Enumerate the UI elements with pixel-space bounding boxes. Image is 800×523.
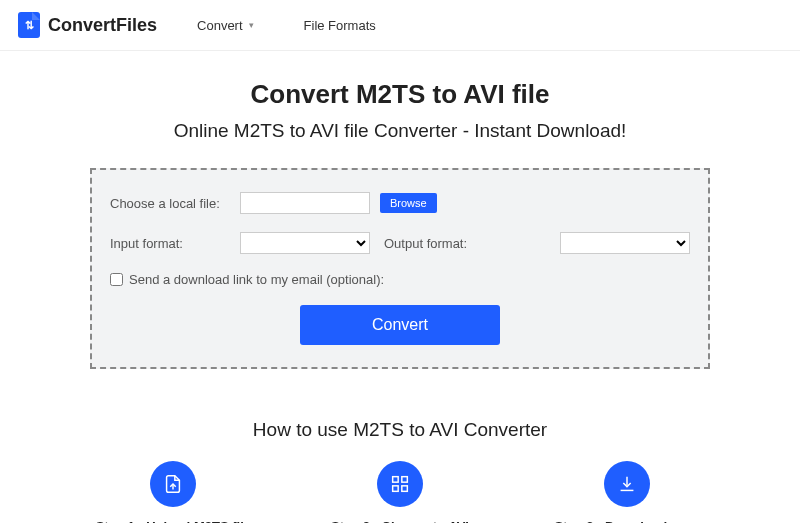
browse-button[interactable]: Browse [380,193,437,213]
nav-convert-label: Convert [197,18,243,33]
output-format-select[interactable] [560,232,690,254]
brand-name: ConvertFiles [48,15,157,36]
file-input[interactable] [240,192,370,214]
step-3-label: Step 3 - Download your converted AVI fil… [532,519,722,523]
svg-rect-0 [393,477,399,483]
output-format-label: Output format: [384,236,504,251]
input-format-select[interactable] [240,232,370,254]
page-subtitle: Online M2TS to AVI file Converter - Inst… [0,120,800,142]
nav-file-formats[interactable]: File Formats [304,18,376,33]
input-format-label: Input format: [110,236,230,251]
convert-panel: Choose a local file: Browse Input format… [90,168,710,369]
choose-file-label: Choose a local file: [110,196,230,211]
page-title: Convert M2TS to AVI file [0,79,800,110]
logo-icon [18,12,40,38]
upload-icon [150,461,196,507]
svg-rect-3 [402,486,408,492]
step-3: Step 3 - Download your converted AVI fil… [532,461,722,523]
step-2-label: Step 2 - Choose to AVI [331,519,469,523]
logo[interactable]: ConvertFiles [18,12,157,38]
convert-button[interactable]: Convert [300,305,500,345]
download-icon [604,461,650,507]
email-checkbox[interactable] [110,273,123,286]
format-row: Input format: Output format: [110,232,690,254]
nav-formats-label: File Formats [304,18,376,33]
svg-rect-1 [402,477,408,483]
email-row: Send a download link to my email (option… [110,272,690,287]
howto-title: How to use M2TS to AVI Converter [0,419,800,441]
email-label: Send a download link to my email (option… [129,272,384,287]
svg-rect-2 [393,486,399,492]
step-2: Step 2 - Choose to AVI [305,461,495,523]
chevron-down-icon: ▾ [249,20,254,30]
topbar: ConvertFiles Convert ▾ File Formats [0,0,800,51]
nav: Convert ▾ File Formats [197,18,376,33]
grid-icon [377,461,423,507]
step-1-label: Step 1 - Upload M2TS file [96,519,251,523]
nav-convert[interactable]: Convert ▾ [197,18,254,33]
file-row: Choose a local file: Browse [110,192,690,214]
step-1: Step 1 - Upload M2TS file [78,461,268,523]
steps: Step 1 - Upload M2TS file Step 2 - Choos… [60,461,740,523]
